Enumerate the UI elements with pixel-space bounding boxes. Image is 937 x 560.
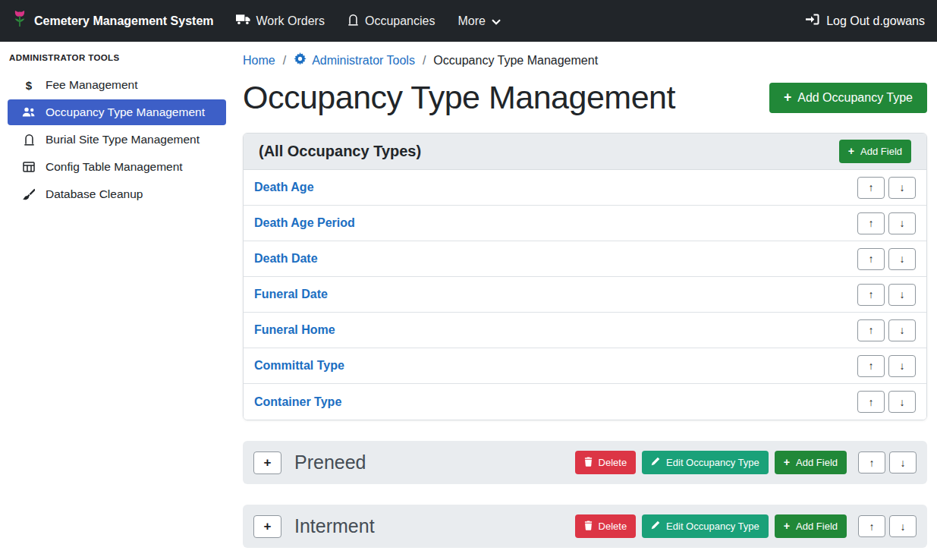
move-up-button[interactable]: ↑ <box>857 212 885 234</box>
field-link-container-type[interactable]: Container Type <box>254 395 341 409</box>
breadcrumb-administrator-tools[interactable]: Administrator Tools <box>294 52 415 68</box>
logout-label: Log Out d.gowans <box>826 14 925 28</box>
nav-more[interactable]: More <box>446 8 511 34</box>
arrow-up-icon: ↑ <box>869 217 874 229</box>
move-up-button[interactable]: ↑ <box>858 515 885 537</box>
field-link-death-age-period[interactable]: Death Age Period <box>254 216 355 230</box>
add-occupancy-type-label: Add Occupancy Type <box>797 91 913 105</box>
arrow-down-icon: ↓ <box>900 217 905 229</box>
field-row: Death Age ↑ ↓ <box>244 170 926 206</box>
plus-icon: + <box>784 91 791 105</box>
nav-work-orders-label: Work Orders <box>256 14 325 28</box>
move-up-button[interactable]: ↑ <box>857 248 885 270</box>
move-up-button[interactable]: ↑ <box>857 319 885 341</box>
nav-occupancies[interactable]: Occupancies <box>336 8 447 35</box>
plus-icon: + <box>784 521 790 531</box>
expand-button[interactable]: + <box>253 451 281 474</box>
field-link-funeral-date[interactable]: Funeral Date <box>254 288 328 301</box>
move-up-button[interactable]: ↑ <box>858 451 885 473</box>
chevron-down-icon <box>492 14 501 28</box>
move-up-button[interactable]: ↑ <box>857 177 885 199</box>
add-field-button[interactable]: + Add Field <box>839 140 911 163</box>
card-title: (All Occupancy Types) <box>259 143 421 160</box>
broom-icon <box>21 188 36 200</box>
field-link-funeral-home[interactable]: Funeral Home <box>254 323 335 337</box>
plus-icon: + <box>264 455 272 470</box>
sidebar-item-database-cleanup[interactable]: Database Cleanup <box>8 181 226 207</box>
nav-links: Work Orders Occupancies More <box>225 8 512 35</box>
add-field-label: Add Field <box>796 457 838 468</box>
field-row: Death Age Period ↑ ↓ <box>244 206 926 241</box>
edit-occupancy-type-button[interactable]: Edit Occupancy Type <box>642 514 769 538</box>
delete-label: Delete <box>599 521 627 532</box>
breadcrumb-current: Occupancy Type Management <box>433 54 598 68</box>
field-link-committal-type[interactable]: Committal Type <box>254 359 344 373</box>
add-field-button[interactable]: + Add Field <box>775 451 847 474</box>
occupancy-type-section-interment: + Interment Delete <box>243 505 927 548</box>
move-down-button[interactable]: ↓ <box>888 248 916 270</box>
arrow-down-icon: ↓ <box>900 253 905 265</box>
move-down-button[interactable]: ↓ <box>888 319 916 341</box>
section-actions: Delete Edit Occupancy Type + Add Field ↑ <box>575 514 917 538</box>
breadcrumb: Home / Administrator Tools / Occupancy T… <box>243 52 927 68</box>
logout-link[interactable]: Log Out d.gowans <box>806 14 925 28</box>
move-up-button[interactable]: ↑ <box>857 355 885 377</box>
arrow-up-icon: ↑ <box>869 521 875 533</box>
plus-icon: + <box>848 146 854 156</box>
tombstone-icon <box>21 134 36 146</box>
edit-occupancy-type-button[interactable]: Edit Occupancy Type <box>642 451 769 474</box>
breadcrumb-separator: / <box>423 54 426 68</box>
delete-button[interactable]: Delete <box>575 451 637 474</box>
reorder-buttons: ↑ ↓ <box>857 177 916 199</box>
move-up-button[interactable]: ↑ <box>857 391 885 413</box>
arrow-up-icon: ↑ <box>869 253 874 265</box>
sidebar-item-label: Fee Management <box>46 78 138 92</box>
delete-button[interactable]: Delete <box>575 514 637 538</box>
arrow-down-icon: ↓ <box>900 396 905 408</box>
edit-occupancy-type-label: Edit Occupancy Type <box>666 521 759 532</box>
nav-more-label: More <box>457 14 485 28</box>
brand[interactable]: Cemetery Management System <box>12 9 214 33</box>
field-link-death-age[interactable]: Death Age <box>254 181 314 194</box>
breadcrumb-home[interactable]: Home <box>243 54 275 68</box>
all-occupancy-types-card: (All Occupancy Types) + Add Field Death … <box>243 133 927 420</box>
field-row: Container Type ↑ ↓ <box>244 384 926 420</box>
move-down-button[interactable]: ↓ <box>888 284 916 306</box>
move-down-button[interactable]: ↓ <box>888 355 916 377</box>
section-title: Preneed <box>294 451 366 473</box>
nav-work-orders[interactable]: Work Orders <box>225 8 336 34</box>
arrow-up-icon: ↑ <box>869 324 874 336</box>
move-down-button[interactable]: ↓ <box>888 177 916 199</box>
main-content: Home / Administrator Tools / Occupancy T… <box>234 42 937 560</box>
sidebar-item-occupancy-type-management[interactable]: Occupancy Type Management <box>8 99 226 125</box>
move-down-button[interactable]: ↓ <box>889 515 917 537</box>
move-down-button[interactable]: ↓ <box>888 212 916 234</box>
sidebar-item-burial-site-type-management[interactable]: Burial Site Type Management <box>8 127 226 153</box>
move-down-button[interactable]: ↓ <box>888 391 916 413</box>
add-field-button[interactable]: + Add Field <box>775 514 847 538</box>
pencil-icon <box>651 457 660 468</box>
move-down-button[interactable]: ↓ <box>889 451 917 473</box>
field-row: Funeral Date ↑ ↓ <box>244 277 926 313</box>
arrow-up-icon: ↑ <box>869 457 875 469</box>
sidebar-item-fee-management[interactable]: $ Fee Management <box>8 72 226 98</box>
expand-button[interactable]: + <box>253 515 281 538</box>
dollar-icon: $ <box>21 79 36 92</box>
arrow-down-icon: ↓ <box>900 324 905 336</box>
sidebar-item-config-table-management[interactable]: Config Table Management <box>8 154 226 180</box>
add-occupancy-type-button[interactable]: + Add Occupancy Type <box>769 83 927 113</box>
table-icon <box>21 162 36 172</box>
delete-label: Delete <box>599 457 627 468</box>
reorder-buttons: ↑ ↓ <box>857 319 916 341</box>
add-field-label: Add Field <box>860 146 902 157</box>
field-link-death-date[interactable]: Death Date <box>254 252 318 266</box>
page-title: Occupancy Type Management <box>243 79 675 116</box>
top-navbar: Cemetery Management System Work Orders <box>0 0 937 42</box>
section-title: Interment <box>294 515 375 537</box>
move-up-button[interactable]: ↑ <box>857 284 885 306</box>
logout-icon <box>806 14 819 28</box>
sidebar-item-label: Database Cleanup <box>46 187 143 201</box>
reorder-buttons: ↑ ↓ <box>858 451 917 473</box>
arrow-up-icon: ↑ <box>869 288 874 300</box>
arrow-down-icon: ↓ <box>901 457 906 469</box>
